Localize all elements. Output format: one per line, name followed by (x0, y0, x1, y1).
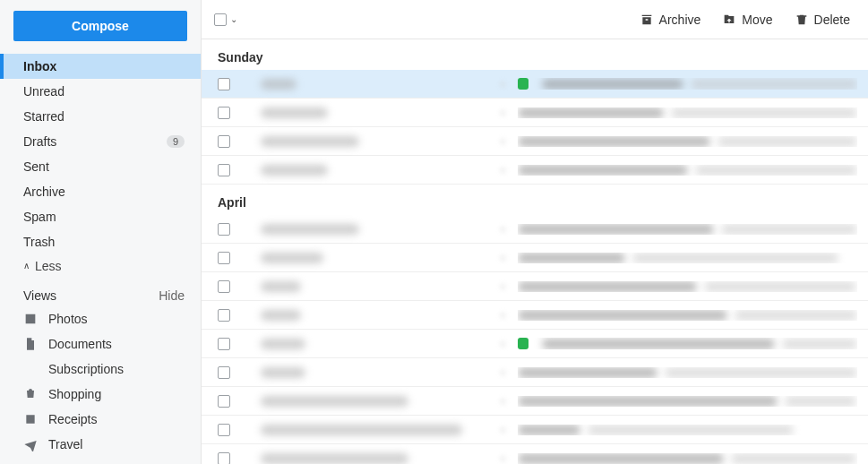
email-row[interactable]: ☆ (202, 127, 868, 156)
star-icon[interactable]: ☆ (498, 280, 518, 293)
sidebar-item-trash[interactable]: Trash (0, 229, 201, 254)
receipts-icon (23, 412, 38, 426)
group-header: April (202, 185, 868, 215)
less-toggle[interactable]: ∧ Less (0, 254, 201, 278)
email-list[interactable]: Sunday☆☆☆☆April☆☆☆☆☆☆☆☆☆ (202, 39, 868, 464)
main: ⌄ Archive Move Delete Sunday☆☆☆☆April☆☆☆… (202, 0, 868, 464)
email-row[interactable]: ☆ (202, 301, 868, 330)
trash-icon (795, 13, 809, 27)
views-title: Views (23, 288, 56, 303)
sidebar-item-label: Archive (23, 185, 65, 199)
select-all-checkbox[interactable]: ⌄ (214, 13, 237, 26)
email-row[interactable]: ☆ (202, 244, 868, 272)
sidebar-item-label: Inbox (23, 59, 56, 73)
subject-cell (518, 136, 857, 147)
star-icon[interactable]: ☆ (498, 223, 518, 236)
shopping-icon (23, 387, 38, 401)
view-item-label: Shopping (48, 387, 101, 401)
email-row[interactable]: ☆ (202, 444, 868, 464)
subject-cell (518, 453, 857, 464)
email-row[interactable]: ☆ (202, 215, 868, 244)
delete-button[interactable]: Delete (789, 9, 855, 30)
row-checkbox[interactable] (218, 452, 230, 465)
view-item-documents[interactable]: Documents (0, 331, 201, 357)
email-row[interactable]: ☆ (202, 416, 868, 444)
row-checkbox[interactable] (218, 280, 230, 293)
star-icon[interactable]: ☆ (498, 78, 518, 90)
folder-badge: 9 (167, 135, 185, 148)
email-row[interactable]: ☆ (202, 99, 868, 127)
sidebar-item-spam[interactable]: Spam (0, 204, 201, 229)
sidebar-item-drafts[interactable]: Drafts9 (0, 129, 201, 154)
subject-cell (518, 367, 857, 378)
sender-cell (261, 425, 498, 435)
move-button[interactable]: Move (717, 9, 778, 30)
subject-cell (518, 107, 857, 118)
sidebar-item-archive[interactable]: Archive (0, 179, 201, 204)
views-hide-toggle[interactable]: Hide (159, 288, 185, 303)
row-checkbox[interactable] (218, 338, 230, 350)
email-row[interactable]: ☆ (202, 70, 868, 99)
view-item-label: Receipts (48, 412, 97, 426)
view-item-photos[interactable]: Photos (0, 306, 201, 331)
row-checkbox[interactable] (218, 366, 230, 379)
star-icon[interactable]: ☆ (498, 338, 518, 350)
subject-cell (518, 253, 857, 263)
row-checkbox[interactable] (218, 395, 230, 408)
chevron-down-icon: ⌄ (230, 14, 237, 24)
subject-cell (518, 425, 857, 435)
subscriptions-icon (23, 362, 38, 376)
star-icon[interactable]: ☆ (498, 135, 518, 148)
email-row[interactable]: ☆ (202, 156, 868, 185)
star-icon[interactable]: ☆ (498, 366, 518, 379)
star-icon[interactable]: ☆ (498, 164, 518, 176)
subject-cell (518, 396, 857, 407)
sidebar-item-unread[interactable]: Unread (0, 79, 201, 104)
sender-cell (261, 396, 498, 407)
view-item-receipts[interactable]: Receipts (0, 407, 201, 432)
row-checkbox[interactable] (218, 424, 230, 436)
subject-cell (518, 338, 857, 349)
row-checkbox[interactable] (218, 252, 230, 264)
sender-cell (261, 281, 498, 292)
sidebar-item-starred[interactable]: Starred (0, 104, 201, 129)
row-checkbox[interactable] (218, 223, 230, 236)
archive-icon (640, 13, 654, 27)
star-icon[interactable]: ☆ (498, 107, 518, 119)
sender-cell (261, 310, 498, 321)
sidebar-item-label: Sent (23, 159, 49, 174)
compose-button[interactable]: Compose (13, 11, 187, 41)
view-item-subscriptions[interactable]: Subscriptions (0, 357, 201, 382)
sender-cell (261, 367, 498, 378)
view-item-shopping[interactable]: Shopping (0, 382, 201, 407)
view-item-label: Photos (48, 312, 88, 326)
chevron-up-icon: ∧ (23, 261, 30, 271)
subject-cell (518, 281, 857, 292)
row-checkbox[interactable] (218, 107, 230, 119)
sidebar-item-sent[interactable]: Sent (0, 154, 201, 179)
archive-button[interactable]: Archive (634, 9, 707, 30)
sender-cell (261, 165, 498, 176)
star-icon[interactable]: ☆ (498, 424, 518, 436)
subject-cell (518, 165, 857, 176)
sender-cell (261, 339, 498, 349)
photo-icon (23, 312, 38, 326)
view-item-travel[interactable]: Travel (0, 432, 201, 457)
sidebar-item-label: Drafts (23, 134, 56, 149)
row-checkbox[interactable] (218, 309, 230, 322)
row-checkbox[interactable] (218, 78, 230, 90)
row-checkbox[interactable] (218, 135, 230, 148)
sidebar-item-label: Trash (23, 235, 55, 249)
row-checkbox[interactable] (218, 164, 230, 176)
star-icon[interactable]: ☆ (498, 309, 518, 322)
email-row[interactable]: ☆ (202, 387, 868, 416)
sender-cell (261, 453, 498, 464)
star-icon[interactable]: ☆ (498, 395, 518, 408)
email-row[interactable]: ☆ (202, 358, 868, 387)
group-header: Sunday (202, 39, 868, 70)
star-icon[interactable]: ☆ (498, 252, 518, 264)
star-icon[interactable]: ☆ (498, 452, 518, 465)
email-row[interactable]: ☆ (202, 272, 868, 301)
email-row[interactable]: ☆ (202, 330, 868, 358)
sidebar-item-inbox[interactable]: Inbox (0, 54, 201, 79)
